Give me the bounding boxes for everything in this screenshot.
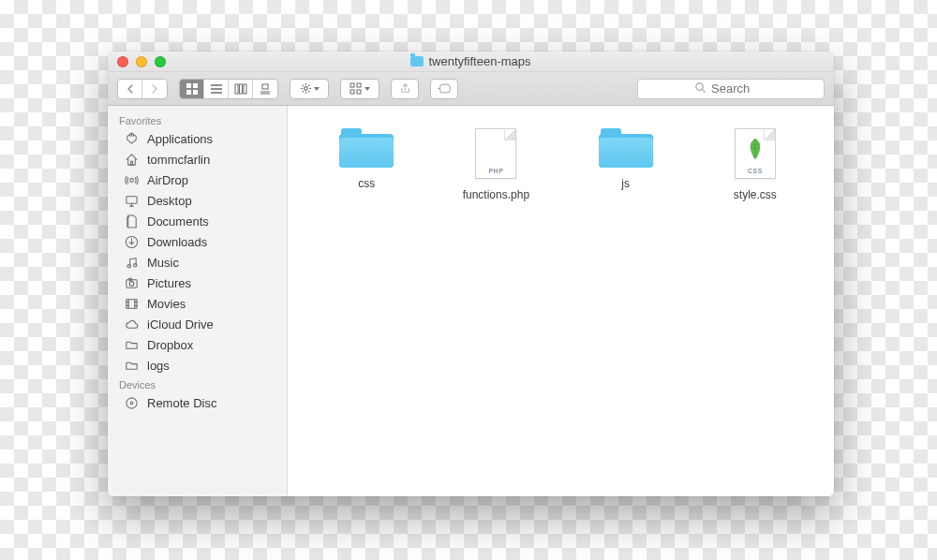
sidebar-item-pictures[interactable]: Pictures xyxy=(108,273,287,293)
search-icon xyxy=(694,81,706,96)
sidebar-item-downloads[interactable]: Downloads xyxy=(108,231,287,252)
music-icon xyxy=(123,256,140,270)
folder-icon xyxy=(123,359,140,373)
svg-rect-24 xyxy=(350,90,354,94)
svg-rect-22 xyxy=(350,83,354,87)
chevron-down-icon xyxy=(314,87,320,91)
window-title: twentyfifteen-maps xyxy=(428,54,530,68)
svg-rect-1 xyxy=(193,83,198,88)
sidebar-item-logs[interactable]: logs xyxy=(108,355,287,376)
svg-rect-37 xyxy=(126,279,136,287)
svg-line-21 xyxy=(308,85,309,86)
file-item[interactable]: PHPfunctions.php xyxy=(436,123,556,207)
sidebar-item-label: Applications xyxy=(147,132,213,146)
desktop-icon xyxy=(123,194,140,208)
arrange-menu-button[interactable] xyxy=(340,79,379,99)
svg-rect-23 xyxy=(357,83,361,87)
svg-rect-29 xyxy=(130,161,132,165)
sidebar-item-label: Documents xyxy=(147,214,209,228)
forward-button[interactable] xyxy=(142,80,167,98)
sidebar-item-dropbox[interactable]: Dropbox xyxy=(108,334,287,355)
folder-icon xyxy=(339,128,394,168)
svg-rect-26 xyxy=(440,84,451,93)
list-view-button[interactable] xyxy=(204,80,229,98)
svg-rect-31 xyxy=(126,196,136,203)
sidebar[interactable]: FavoritesApplicationstommcfarlinAirDropD… xyxy=(108,106,288,496)
sidebar-item-desktop[interactable]: Desktop xyxy=(108,190,287,211)
icon-view-button[interactable] xyxy=(180,80,204,98)
close-button[interactable] xyxy=(117,56,128,67)
sidebar-item-airdrop[interactable]: AirDrop xyxy=(108,169,287,190)
svg-rect-10 xyxy=(262,84,268,89)
sidebar-section-header: Devices xyxy=(108,376,287,392)
titlebar[interactable]: twentyfifteen-maps xyxy=(108,52,834,72)
sidebar-item-tommcfarlin[interactable]: tommcfarlin xyxy=(108,149,287,169)
svg-point-47 xyxy=(126,397,136,407)
svg-rect-3 xyxy=(193,90,198,95)
zoom-button[interactable] xyxy=(155,56,166,67)
sidebar-item-label: AirDrop xyxy=(147,173,188,187)
back-button[interactable] xyxy=(118,80,142,98)
file-label: style.css xyxy=(734,188,777,201)
sidebar-item-icloud-drive[interactable]: iCloud Drive xyxy=(108,314,287,334)
file-item[interactable]: CSSstyle.css xyxy=(695,123,815,207)
toolbar xyxy=(108,72,834,106)
folder-icon xyxy=(599,128,653,168)
disc-icon xyxy=(123,396,140,410)
php-file-icon: PHP xyxy=(475,128,516,179)
airdrop-icon xyxy=(123,173,140,187)
sidebar-item-label: logs xyxy=(147,359,170,373)
file-badge: PHP xyxy=(476,168,515,174)
svg-point-13 xyxy=(304,87,307,91)
svg-rect-7 xyxy=(235,84,238,94)
search-input[interactable] xyxy=(711,81,767,96)
nav-back-forward xyxy=(117,79,168,99)
file-label: functions.php xyxy=(463,188,529,201)
svg-point-48 xyxy=(130,402,133,405)
sidebar-item-documents[interactable]: Documents xyxy=(108,211,287,231)
file-item[interactable]: css xyxy=(306,123,426,207)
sidebar-item-label: Music xyxy=(147,256,179,270)
icloud-icon xyxy=(123,317,140,332)
sidebar-item-remote-disc[interactable]: Remote Disc xyxy=(108,392,287,413)
svg-point-35 xyxy=(127,264,130,267)
svg-line-19 xyxy=(308,91,309,92)
svg-rect-25 xyxy=(357,90,361,94)
file-badge: CSS xyxy=(736,168,775,174)
file-item[interactable]: js xyxy=(566,123,686,207)
minimize-button[interactable] xyxy=(136,56,147,67)
sidebar-item-label: Movies xyxy=(147,297,186,311)
svg-point-30 xyxy=(129,178,133,182)
svg-line-20 xyxy=(302,91,303,92)
documents-icon xyxy=(123,214,140,228)
sidebar-item-label: Desktop xyxy=(147,194,192,208)
sidebar-item-label: Remote Disc xyxy=(147,396,216,410)
share-button[interactable] xyxy=(391,79,419,99)
svg-rect-0 xyxy=(186,83,191,88)
finder-window: twentyfifteen-maps xyxy=(108,52,834,496)
tags-button[interactable] xyxy=(430,79,458,99)
file-label: js xyxy=(621,177,630,190)
content-area[interactable]: cssPHPfunctions.phpjsCSSstyle.css xyxy=(288,106,834,496)
sidebar-item-label: iCloud Drive xyxy=(147,317,214,332)
sidebar-item-music[interactable]: Music xyxy=(108,252,287,273)
search-field[interactable] xyxy=(637,79,825,99)
svg-line-28 xyxy=(702,89,705,92)
action-menu-button[interactable] xyxy=(290,79,329,99)
view-mode-group xyxy=(179,79,278,99)
title-folder-icon xyxy=(410,56,424,66)
svg-line-18 xyxy=(302,85,303,86)
sidebar-item-applications[interactable]: Applications xyxy=(108,128,287,149)
coverflow-view-button[interactable] xyxy=(253,80,277,98)
sidebar-item-label: Downloads xyxy=(147,235,207,249)
movies-icon xyxy=(123,297,140,311)
svg-point-38 xyxy=(129,281,134,286)
applications-icon xyxy=(123,132,140,146)
sidebar-item-label: tommcfarlin xyxy=(147,153,210,167)
sidebar-item-label: Pictures xyxy=(147,276,191,290)
svg-point-36 xyxy=(133,263,136,266)
column-view-button[interactable] xyxy=(229,80,253,98)
sidebar-item-movies[interactable]: Movies xyxy=(108,293,287,314)
file-label: css xyxy=(358,177,375,190)
folder-icon xyxy=(123,338,140,352)
